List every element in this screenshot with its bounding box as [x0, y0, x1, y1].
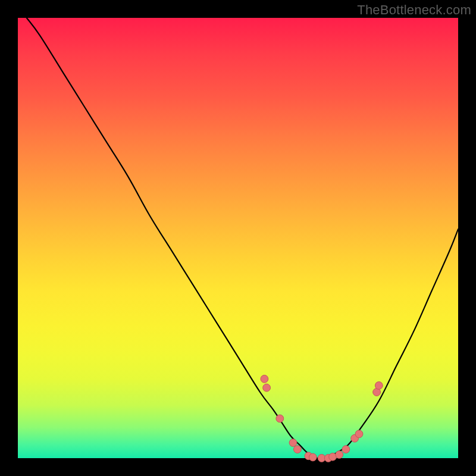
- curve-marker-dot: [261, 375, 268, 383]
- curve-marker-dot: [276, 415, 284, 422]
- curve-marker-dot: [375, 382, 383, 390]
- curve-marker-dot: [289, 439, 297, 447]
- curve-marker-dot: [342, 446, 350, 453]
- curve-marker-dot: [309, 453, 317, 461]
- chart-frame: TheBottleneck.com: [0, 0, 476, 476]
- plot-area: [18, 18, 458, 458]
- curve-marker-dot: [263, 384, 271, 392]
- curve-marker-dot: [336, 451, 343, 459]
- curve-marker-dot: [355, 430, 363, 438]
- curve-svg: [18, 18, 458, 458]
- bottleneck-curve-path: [27, 18, 458, 459]
- curve-markers: [261, 375, 383, 462]
- watermark-text: TheBottleneck.com: [357, 2, 471, 18]
- curve-marker-dot: [294, 446, 302, 453]
